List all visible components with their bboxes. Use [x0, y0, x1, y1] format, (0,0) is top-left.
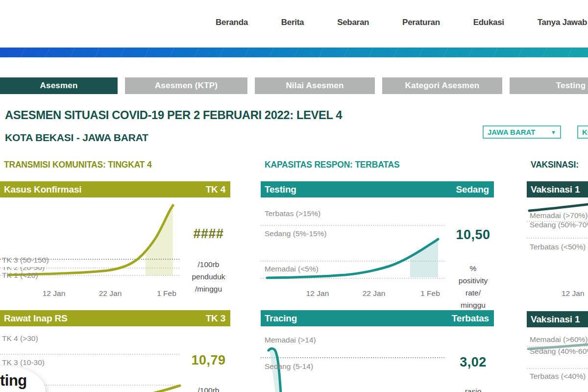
chevron-down-icon: ▼ — [551, 129, 556, 135]
metric-value-rawat: 10,79 — [185, 353, 232, 368]
threshold-label-sedang-vax1: Sedang (50%-70%) — [530, 220, 588, 229]
tooltip-bubble-text: ting — [0, 372, 27, 390]
metric-value-tracing: 3,02 — [450, 355, 496, 370]
threshold-label-memadai-vax2: Memadai (>60%) — [530, 335, 588, 344]
tab-kategori-asesmen[interactable]: Kategori Asesmen — [382, 77, 502, 94]
axis-tick: 12 Jan — [562, 289, 588, 298]
threshold-label-tk3: TK 3 (50-150) — [2, 256, 49, 265]
axis-tick: 22 Jan — [93, 289, 127, 298]
axis-tick: 12 Jan — [37, 289, 71, 298]
city-dropdown-value: KO — [582, 128, 588, 136]
trend-line-rawat — [144, 386, 180, 392]
area-shade-kasus — [146, 205, 173, 275]
unit-line: /minggu — [185, 283, 232, 295]
card-header-tracing: Tracing Terbatas — [261, 310, 494, 326]
threshold-label-sedang: Sedang (5%-15%) — [265, 229, 327, 238]
card-title: Vaksinasi 1 — [531, 184, 580, 195]
metric-value-testing: 10,50 — [450, 227, 496, 243]
threshold-label-memadai-vax1: Memadai (>70%) — [530, 211, 588, 220]
nav-item-beranda[interactable]: Beranda — [216, 18, 248, 27]
threshold-label-terbatas-vax1: Terbatas (<50%) — [530, 243, 586, 251]
nav-item-tanya-jawab[interactable]: Tanya Jawab — [538, 18, 587, 27]
axis-tick: 1 Feb — [149, 289, 184, 298]
tab-asesmen-ktp[interactable]: Asesmen (KTP) — [125, 77, 247, 94]
tab-asesmen[interactable]: Asesmen — [0, 77, 118, 94]
section-heading-transmisi: TRANSMISI KOMUNITAS: TINGKAT 4 — [4, 160, 152, 170]
tab-nilai-asesmen[interactable]: Nilai Asesmen — [255, 77, 375, 94]
top-navigation: Beranda Berita Sebaran Peraturan Edukasi… — [216, 18, 587, 27]
unit-line: /100rb — [185, 384, 232, 392]
metric-unit-testing: % positivity rate/ minggu — [450, 262, 496, 311]
card-header-vaksinasi-1b: Vaksinasi 1 — [527, 311, 588, 327]
card-title: Testing — [265, 184, 296, 195]
threshold-label-sedang-tracing: Sedang (5-14) — [265, 362, 313, 371]
unit-line: penduduk — [185, 270, 232, 283]
card-header-testing: Testing Sedang — [261, 181, 494, 197]
card-title: Kasus Konfirmasi — [4, 184, 81, 195]
page-subtitle: KOTA BEKASI - JAWA BARAT — [5, 132, 148, 144]
card-header-rawat-inap: Rawat Inap RS TK 3 — [0, 310, 230, 326]
card-title: Tracing — [265, 313, 297, 324]
tab-testing[interactable]: Testing — [510, 77, 588, 94]
threshold-label-sedang-vax2: Sedang (40%-60%) — [530, 347, 588, 356]
nav-item-berita[interactable]: Berita — [281, 18, 304, 27]
section-heading-vaksinasi: VAKSINASI: — [531, 160, 579, 170]
metric-unit-kasus: /100rb penduduk /minggu — [185, 258, 232, 295]
axis-tick: 12 Jan — [300, 289, 335, 298]
status-badge: Sedang — [456, 184, 489, 195]
unit-line: minggu — [450, 299, 496, 311]
threshold-label-memadai: Memadai (<5%) — [265, 265, 318, 273]
unit-line: % — [450, 262, 496, 274]
metric-value-kasus: #### — [185, 226, 232, 242]
threshold-label-terbatas: Terbatas (>15%) — [265, 209, 320, 218]
province-dropdown[interactable]: JAWA BARAT ▼ — [483, 125, 561, 139]
card-title: Vaksinasi 1 — [531, 314, 580, 325]
axis-tick: 1 Feb — [413, 289, 447, 298]
card-header-kasus-konfirmasi: Kasus Konfirmasi TK 4 — [0, 181, 230, 197]
area-shade-testing — [410, 239, 438, 277]
metric-unit-rawat: /100rb — [185, 384, 232, 392]
province-dropdown-value: JAWA BARAT — [488, 128, 536, 136]
tooltip-bubble[interactable]: ting — [0, 366, 46, 392]
unit-line: /100rb — [185, 258, 232, 270]
axis-tick: 22 Jan — [357, 289, 391, 298]
nav-item-peraturan[interactable]: Peraturan — [402, 18, 440, 27]
threshold-label-memadai-tracing: Memadai (>14) — [265, 336, 316, 344]
unit-line: rasio — [450, 385, 496, 392]
status-badge: Terbatas — [452, 313, 489, 324]
gradient-banner — [0, 48, 588, 57]
section-heading-kapasitas: KAPASITAS RESPON: TERBATAS — [265, 160, 399, 170]
card-header-vaksinasi-1: Vaksinasi 1 — [527, 181, 588, 197]
city-dropdown[interactable]: KO — [577, 125, 588, 139]
page-title: ASESMEN SITUASI COVID-19 PER 2 FEBRUARI … — [5, 108, 342, 122]
trend-line-vax1 — [529, 204, 588, 211]
threshold-label-tk4: TK 4 (>30) — [2, 334, 38, 343]
dashboard-page: Beranda Berita Sebaran Peraturan Edukasi… — [0, 0, 588, 392]
metric-unit-tracing: rasio — [450, 385, 496, 392]
threshold-label-terbatas-vax2: Terbatas (<40%) — [530, 372, 586, 381]
level-badge: TK 4 — [206, 184, 225, 195]
dashboard-tabs: Asesmen Asesmen (KTP) Nilai Asesmen Kate… — [0, 77, 588, 94]
card-title: Rawat Inap RS — [4, 313, 67, 324]
unit-line: rate/ — [450, 287, 496, 299]
threshold-label-tk1: TK 1 (<20) — [2, 271, 38, 280]
level-badge: TK 3 — [206, 313, 225, 324]
nav-item-edukasi[interactable]: Edukasi — [473, 18, 504, 27]
unit-line: positivity — [450, 274, 496, 287]
nav-item-sebaran[interactable]: Sebaran — [337, 18, 369, 27]
